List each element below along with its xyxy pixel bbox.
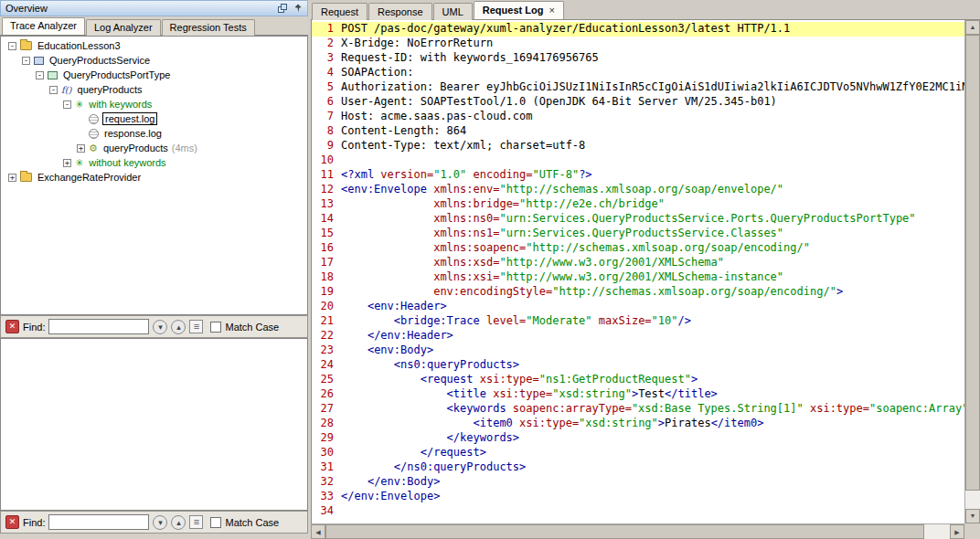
scrollbar-corner: [964, 523, 980, 539]
tree-item-with-keywords[interactable]: -✳with keywords: [6, 97, 307, 111]
scroll-left-arrow[interactable]: ◀: [311, 524, 325, 539]
code-line: 23 <env:Body>: [312, 343, 964, 358]
tree-item-queryproducts[interactable]: +⚙queryProducts(4ms): [6, 141, 307, 155]
code-line: 33</env:Envelope>: [312, 490, 964, 504]
overview-panel: Overview Trace AnalyzerLog AnalyzerRegre…: [0, 0, 308, 539]
code-text: Authorization: Bearer eyJhbGciOiJSUzI1Ni…: [341, 80, 964, 93]
find-options-button[interactable]: ≡: [189, 515, 203, 529]
line-number: 26: [312, 387, 334, 400]
find-options-button[interactable]: ≡: [189, 320, 203, 333]
tab-label: Request Log: [483, 5, 544, 16]
tab-response[interactable]: Response: [368, 3, 432, 20]
match-case-label: Match Case: [225, 322, 279, 333]
match-case-checkbox[interactable]: [210, 322, 221, 333]
code-line: 13 xmlns:bridge="http://e2e.ch/bridge": [312, 197, 964, 212]
scroll-right-arrow[interactable]: ▶: [950, 524, 964, 539]
horizontal-scrollbar[interactable]: ◀ ▶: [311, 523, 964, 539]
line-number: 9: [312, 139, 334, 152]
scroll-up-arrow[interactable]: ▲: [965, 20, 980, 35]
line-number: 25: [312, 373, 334, 386]
tab-request[interactable]: Request: [312, 3, 368, 20]
tree-item-exchangerateprovider[interactable]: +ExchangeRateProvider: [6, 170, 307, 185]
editor-tabs: RequestResponseUMLRequest Log×: [311, 0, 980, 20]
panel-title: Overview: [5, 1, 277, 16]
tab-trace-analyzer[interactable]: Trace Analyzer: [2, 17, 85, 35]
find-input[interactable]: [48, 319, 149, 334]
line-number: 20: [312, 300, 334, 312]
collapse-toggle-icon[interactable]: -: [8, 42, 16, 50]
code-text: Content-Type: text/xml; charset=utf-8: [341, 139, 585, 152]
code-text: POST /pas-doc/gateway/xuml-analyzer/Educ…: [341, 22, 790, 35]
match-case-checkbox[interactable]: [210, 517, 221, 528]
find-input[interactable]: [48, 514, 149, 530]
collapse-toggle-icon[interactable]: -: [49, 86, 58, 94]
find-close-button[interactable]: ✕: [5, 515, 19, 529]
code-text: xmlns:xsi="http://www.w3.org/2001/XMLSch…: [341, 270, 783, 283]
code-line: 31 </ns0:queryProducts>: [312, 460, 964, 475]
code-line: 4SOAPAction:: [312, 66, 964, 80]
tab-uml[interactable]: UML: [433, 3, 473, 20]
tree-item-educationlesson3[interactable]: -EducationLesson3: [6, 38, 307, 53]
expand-toggle-icon[interactable]: +: [8, 174, 16, 182]
line-number: 28: [312, 417, 334, 429]
tree-item-without-keywords[interactable]: +✳without keywords: [6, 155, 307, 170]
line-number: 14: [312, 212, 334, 225]
line-number: 13: [312, 197, 334, 210]
tab-log-analyzer[interactable]: Log Analyzer: [86, 19, 161, 36]
line-number: 30: [312, 446, 334, 459]
code-text: <ns0:queryProducts>: [341, 358, 519, 371]
close-tab-icon[interactable]: ×: [549, 5, 554, 15]
tab-regression-tests[interactable]: Regression Tests: [162, 19, 255, 36]
request-log-editor[interactable]: 1POST /pas-doc/gateway/xuml-analyzer/Edu…: [311, 20, 964, 523]
horizontal-scroll-thumb[interactable]: [325, 524, 924, 539]
code-line: 19 env:encodingStyle="http://schemas.xml…: [312, 285, 964, 300]
expand-toggle-icon[interactable]: +: [77, 144, 85, 153]
porttype-icon: [48, 71, 58, 79]
code-line: 10: [312, 153, 964, 168]
line-number: 31: [312, 460, 334, 473]
scroll-down-arrow[interactable]: ▼: [965, 509, 980, 523]
collapse-toggle-icon[interactable]: -: [22, 57, 30, 65]
code-line: 17 xmlns:xsd="http://www.w3.org/2001/XML…: [312, 256, 964, 270]
find-close-button[interactable]: ✕: [5, 320, 19, 333]
line-number: 27: [312, 402, 334, 415]
folder-closed-icon: [20, 173, 32, 182]
expand-toggle-icon[interactable]: +: [63, 159, 71, 167]
float-window-icon[interactable]: [277, 3, 288, 14]
find-next-button[interactable]: ▾: [153, 320, 167, 334]
tree-item-queryproductsservice[interactable]: -QueryProductsService: [6, 53, 307, 68]
code-text: Request-ID: with keywords_1694176956765: [341, 51, 599, 64]
line-number: 7: [312, 110, 334, 122]
tab-label: UML: [442, 6, 463, 17]
tree-item-request-log[interactable]: request.log: [6, 111, 307, 126]
secondary-tree-panel[interactable]: [0, 338, 308, 511]
collapse-toggle-icon[interactable]: -: [63, 100, 71, 109]
vertical-scroll-thumb[interactable]: [965, 35, 980, 491]
code-line: 12<env:Envelope xmlns:env="http://schema…: [312, 183, 964, 197]
code-text: </env:Envelope>: [341, 490, 440, 502]
tab-label: Request: [321, 6, 358, 17]
tree-item-response-log[interactable]: response.log: [6, 126, 307, 141]
code-line: 24 <ns0:queryProducts>: [312, 358, 964, 373]
find-prev-button[interactable]: ▴: [171, 515, 186, 530]
line-number: 10: [312, 153, 334, 166]
code-text: <env:Body>: [341, 343, 433, 356]
tree-item-queryproducts[interactable]: -f()queryProducts: [6, 82, 307, 97]
code-text: <env:Envelope xmlns:env="http://schemas.…: [341, 183, 783, 196]
match-case-label: Match Case: [225, 517, 279, 528]
find-prev-button[interactable]: ▴: [171, 320, 186, 334]
code-line: 27 <keywords soapenc:arrayType="xsd:Base…: [312, 402, 964, 417]
call-icon: ⚙: [89, 143, 98, 153]
vertical-scrollbar[interactable]: ▲ ▼: [964, 20, 980, 523]
collapse-toggle-icon[interactable]: -: [36, 71, 44, 79]
tab-request-log[interactable]: Request Log×: [474, 1, 564, 19]
tree-item-queryproductsporttype[interactable]: -QueryProductsPortType: [6, 68, 307, 82]
trace-tree[interactable]: -EducationLesson3-QueryProductsService-Q…: [0, 36, 308, 315]
line-number: 6: [312, 95, 334, 108]
line-number: 2: [312, 37, 334, 49]
pin-icon[interactable]: [293, 3, 304, 14]
code-line: 26 <title xsi:type="xsd:string">Test</ti…: [312, 387, 964, 402]
line-number: 12: [312, 183, 334, 196]
find-next-button[interactable]: ▾: [153, 515, 167, 530]
code-line: 29 </keywords>: [312, 431, 964, 446]
